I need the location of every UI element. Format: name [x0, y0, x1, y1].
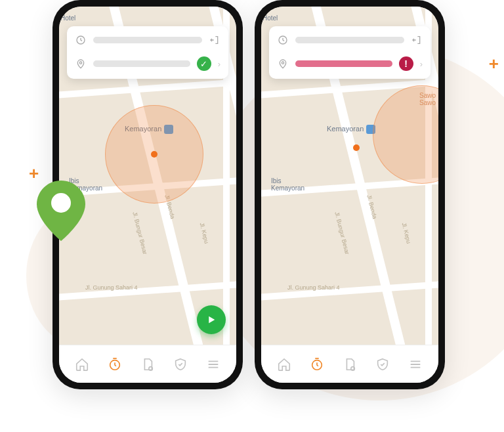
- location-placeholder: [93, 60, 190, 67]
- nav-home[interactable]: [274, 355, 294, 374]
- play-button[interactable]: [197, 305, 226, 334]
- road-label: Jl. Bungur Besar: [333, 211, 350, 255]
- nav-report[interactable]: [138, 355, 158, 374]
- chevron-right-icon: ›: [420, 59, 423, 69]
- logout-icon[interactable]: [411, 34, 423, 46]
- nav-shield[interactable]: [373, 355, 392, 374]
- chevron-right-icon: ›: [218, 59, 220, 69]
- phone-mockup-right: Jl. Bungur Besar Sepur 3 Jl. Benda Jl. B…: [255, 0, 445, 389]
- geofence-circle: [373, 85, 438, 184]
- svg-point-2: [79, 62, 81, 64]
- poi-label: Ibis Kemayoran: [271, 177, 304, 192]
- user-location-dot: [151, 151, 158, 158]
- status-error-icon: !: [399, 56, 413, 71]
- pin-icon: [75, 58, 87, 70]
- time-placeholder: [93, 37, 202, 43]
- clock-icon: [75, 34, 87, 46]
- nav-menu[interactable]: [406, 355, 425, 374]
- road-label: Jl. Gunung Sahari 4: [287, 284, 340, 291]
- location-row[interactable]: ! ›: [269, 51, 430, 76]
- logout-icon[interactable]: [209, 34, 220, 46]
- road-label: Jl. Kepu: [198, 222, 210, 244]
- nav-report[interactable]: [340, 355, 360, 374]
- map-view[interactable]: Jl. Bungur Besar Sepur 3 Jl. Benda Jl. B…: [261, 7, 438, 345]
- road-label: Jl. Gunung Sahari 4: [85, 284, 138, 291]
- plus-decoration-icon: +: [489, 54, 499, 74]
- location-pin-icon: [37, 181, 85, 244]
- nav-menu[interactable]: [203, 355, 223, 374]
- header-card: ! ›: [269, 26, 430, 79]
- road-label: Jl. Kepu: [400, 222, 412, 244]
- pin-icon: [277, 58, 289, 70]
- road-label: Jl. Bungur Besar: [131, 211, 148, 255]
- svg-point-6: [282, 62, 284, 64]
- bottom-nav: [261, 345, 438, 383]
- nav-timer[interactable]: [105, 355, 125, 374]
- header-card: ✓ ›: [67, 26, 228, 79]
- map-view[interactable]: Jl. Bungur Besar Sepur 3 Jl. Benda Jl. B…: [59, 7, 236, 345]
- poi-label: Kemayoran: [327, 125, 375, 134]
- nav-timer[interactable]: [307, 355, 327, 374]
- location-placeholder: [295, 60, 392, 67]
- poi-label: Hotel: [60, 14, 75, 22]
- status-ok-icon: ✓: [197, 56, 211, 71]
- time-row[interactable]: [269, 29, 430, 51]
- clock-icon: [277, 34, 289, 46]
- poi-label: Hotel: [262, 14, 278, 22]
- location-row[interactable]: ✓ ›: [67, 51, 228, 76]
- bottom-nav: [59, 345, 236, 383]
- nav-home[interactable]: [72, 355, 92, 374]
- nav-shield[interactable]: [171, 355, 190, 374]
- time-row[interactable]: [67, 29, 228, 51]
- time-placeholder: [295, 37, 404, 43]
- user-location-dot: [353, 144, 360, 151]
- svg-point-0: [51, 193, 71, 213]
